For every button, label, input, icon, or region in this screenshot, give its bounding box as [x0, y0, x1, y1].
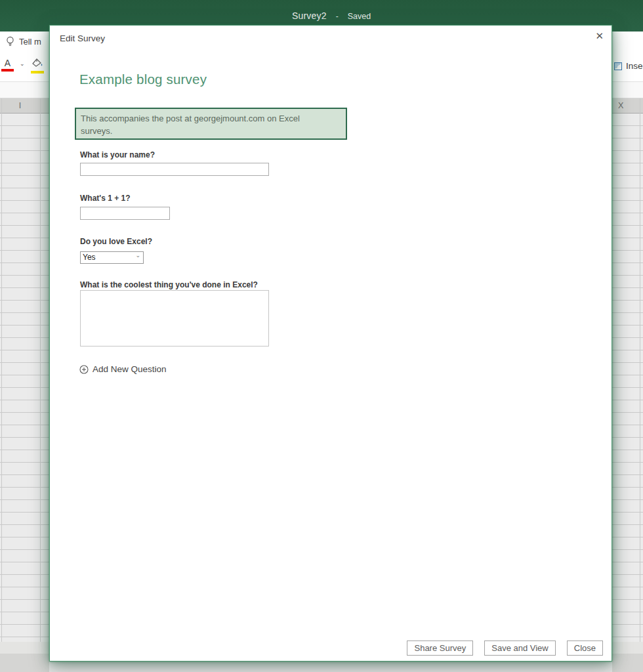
gridline-vertical [1, 98, 2, 642]
font-color-letter: A [1, 58, 14, 68]
tell-me-control[interactable]: Tell m [6, 36, 41, 47]
dialog-title: Edit Survey [60, 33, 105, 43]
chevron-down-icon[interactable]: ⌄ [20, 60, 25, 67]
love-excel-select[interactable]: Yes [80, 251, 144, 264]
excel-online-window: Survey2 - Saved I Tell m A ⌄ [0, 0, 643, 672]
fill-color-swatch [31, 71, 44, 74]
ribbon-band [612, 32, 643, 82]
plus-circle-icon [79, 365, 89, 374]
formula-bar-band [0, 82, 49, 98]
worksheet-grid[interactable] [612, 114, 643, 642]
add-new-question-button[interactable]: Add New Question [79, 364, 167, 374]
add-new-question-label: Add New Question [93, 364, 167, 374]
love-excel-select-wrap: Yes ⌄ [80, 251, 144, 263]
coolest-thing-textarea[interactable] [80, 290, 269, 346]
column-header-i[interactable]: I [0, 101, 40, 110]
column-header-x[interactable]: X [618, 101, 623, 110]
document-title[interactable]: Survey2 [292, 10, 327, 21]
name-answer-input[interactable] [80, 163, 269, 176]
gridline-vertical [40, 98, 41, 642]
font-color-swatch [1, 69, 14, 72]
question-label-name: What is your name? [80, 150, 155, 159]
question-label-math: What's 1 + 1? [80, 194, 131, 203]
grid-footer-strip [612, 642, 643, 654]
question-label-love-excel: Do you love Excel? [80, 237, 152, 246]
spreadsheet-background-right: X Insert [612, 0, 643, 672]
paint-bucket-icon [31, 58, 44, 68]
sheet-tab-bar [612, 654, 643, 672]
save-and-view-button[interactable]: Save and View [484, 640, 556, 656]
formula-bar-band [612, 82, 643, 98]
worksheet-grid[interactable] [0, 114, 49, 642]
survey-title[interactable]: Example blog survey [79, 72, 207, 87]
close-icon[interactable]: ✕ [595, 30, 604, 42]
lightbulb-icon [6, 36, 14, 47]
insert-sheet-icon [614, 62, 622, 70]
survey-description-box[interactable]: This accompanies the post at georgejmoun… [75, 108, 347, 140]
title-separator: - [336, 12, 339, 21]
spreadsheet-background-left: I Tell m A ⌄ ⌄ [0, 0, 49, 672]
document-title-group[interactable]: Survey2 - Saved [292, 10, 371, 21]
grid-footer-strip [0, 642, 49, 654]
fill-color-button[interactable] [31, 58, 45, 74]
insert-control[interactable]: Insert [614, 61, 643, 71]
gridline-vertical [640, 98, 640, 642]
close-button[interactable]: Close [567, 640, 603, 656]
question-label-coolest-thing: What is the coolest thing you've done in… [80, 280, 258, 289]
save-status: Saved [348, 12, 371, 21]
tell-me-label: Tell m [19, 37, 41, 47]
share-survey-button[interactable]: Share Survey [407, 640, 473, 656]
math-answer-input[interactable] [80, 207, 170, 220]
font-format-controls: A ⌄ ⌄ [1, 58, 49, 74]
insert-label: Insert [626, 61, 643, 71]
dialog-footer: Share Survey Save and View Close [407, 640, 603, 656]
column-header-band [612, 98, 643, 114]
sheet-tab-bar [0, 654, 49, 672]
font-color-button[interactable]: A [1, 58, 14, 72]
edit-survey-dialog: Edit Survey ✕ Example blog survey This a… [49, 25, 612, 662]
